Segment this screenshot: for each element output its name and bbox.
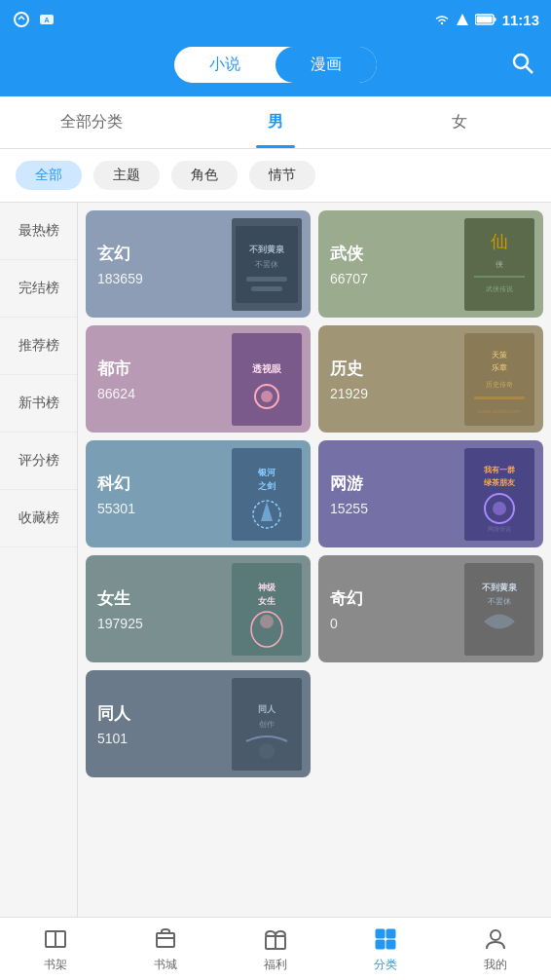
grid-row-1: 玄幻 183659 不到黄泉 不罢休 bbox=[86, 210, 543, 318]
cat-nav-male[interactable]: 男 bbox=[184, 96, 368, 148]
card-wuxia-count: 66707 bbox=[330, 271, 368, 286]
svg-text:网游传说: 网游传说 bbox=[488, 526, 511, 532]
svg-text:同人: 同人 bbox=[258, 704, 276, 714]
svg-rect-6 bbox=[494, 18, 496, 21]
card-qihuan[interactable]: 奇幻 0 不到黄泉 不罢休 bbox=[318, 555, 543, 662]
cat-nav-female[interactable]: 女 bbox=[367, 96, 551, 148]
svg-text:绿茶朋友: 绿茶朋友 bbox=[484, 478, 516, 487]
signal-icon bbox=[456, 13, 469, 26]
category-nav: 全部分类 男 女 bbox=[0, 96, 551, 149]
card-dushi-count: 86624 bbox=[97, 386, 135, 401]
app-icon-1 bbox=[12, 10, 31, 29]
nav-shelf[interactable]: 书架 bbox=[0, 918, 110, 981]
filter-role[interactable]: 角色 bbox=[171, 161, 238, 190]
mine-icon bbox=[482, 925, 509, 953]
svg-point-52 bbox=[259, 743, 275, 759]
svg-point-23 bbox=[261, 391, 273, 402]
svg-text:仙: 仙 bbox=[491, 232, 508, 251]
card-nvsheng[interactable]: 女生 197925 神级 女生 bbox=[86, 555, 311, 662]
card-xuanhuan-text: 玄幻 183659 bbox=[86, 231, 155, 298]
svg-rect-56 bbox=[157, 933, 174, 947]
sidebar-item-hot[interactable]: 最热榜 bbox=[0, 203, 77, 260]
nav-mine[interactable]: 我的 bbox=[441, 918, 551, 981]
svg-text:透视眼: 透视眼 bbox=[252, 363, 282, 374]
filter-all[interactable]: 全部 bbox=[16, 161, 82, 190]
card-kehuan-text: 科幻 55301 bbox=[86, 461, 147, 528]
svg-rect-20 bbox=[232, 333, 302, 426]
svg-text:www.qidian.com: www.qidian.com bbox=[477, 408, 520, 414]
card-wangyou[interactable]: 网游 15255 我有一群 绿茶朋友 网游传说 bbox=[318, 440, 543, 547]
filter-theme[interactable]: 主题 bbox=[93, 161, 160, 190]
tab-manga[interactable]: 漫画 bbox=[276, 47, 377, 83]
card-xuanhuan-title: 玄幻 bbox=[97, 243, 143, 265]
card-xuanhuan[interactable]: 玄幻 183659 不到黄泉 不罢休 bbox=[86, 210, 311, 318]
card-tongren-text: 同人 5101 bbox=[86, 691, 142, 758]
sidebar-item-rating[interactable]: 评分榜 bbox=[0, 433, 77, 490]
svg-text:武侠传说: 武侠传说 bbox=[486, 285, 513, 293]
svg-rect-46 bbox=[464, 563, 534, 656]
card-dushi[interactable]: 都市 86624 透视眼 bbox=[86, 325, 311, 433]
svg-point-7 bbox=[514, 55, 528, 68]
card-kehuan-image: 银河 之剑 bbox=[223, 440, 311, 547]
cat-nav-all[interactable]: 全部分类 bbox=[0, 96, 184, 148]
sidebar-item-collection[interactable]: 收藏榜 bbox=[0, 490, 77, 547]
sidebar-item-newbook[interactable]: 新书榜 bbox=[0, 375, 77, 433]
svg-point-0 bbox=[15, 13, 28, 26]
svg-text:天策: 天策 bbox=[492, 351, 507, 359]
card-tongren-title: 同人 bbox=[97, 702, 130, 725]
card-kehuan-count: 55301 bbox=[97, 501, 135, 516]
card-wuxia[interactable]: 武侠 66707 仙 侠 武侠传说 bbox=[318, 210, 543, 318]
svg-point-39 bbox=[493, 502, 506, 515]
card-nvsheng-count: 197925 bbox=[97, 616, 143, 631]
nav-store[interactable]: 书城 bbox=[110, 918, 220, 981]
svg-text:A: A bbox=[44, 17, 49, 23]
grid-content: 玄幻 183659 不到黄泉 不罢休 bbox=[78, 203, 551, 917]
grid-row-3: 科幻 55301 银河 之剑 bbox=[86, 440, 543, 547]
card-wangyou-count: 15255 bbox=[330, 501, 368, 516]
card-wangyou-title: 网游 bbox=[330, 472, 368, 495]
svg-text:不罢休: 不罢休 bbox=[488, 597, 511, 606]
nav-welfare[interactable]: 福利 bbox=[220, 918, 330, 981]
svg-text:不到黄泉: 不到黄泉 bbox=[248, 245, 285, 254]
battery-icon bbox=[475, 14, 496, 25]
nav-store-label: 书城 bbox=[154, 957, 177, 973]
svg-rect-14 bbox=[251, 286, 282, 291]
svg-text:女生: 女生 bbox=[257, 596, 276, 606]
shelf-icon bbox=[42, 925, 69, 953]
nav-welfare-label: 福利 bbox=[264, 957, 287, 973]
svg-text:之剑: 之剑 bbox=[257, 480, 276, 491]
svg-text:神级: 神级 bbox=[257, 583, 276, 592]
sidebar-item-recommend[interactable]: 推荐榜 bbox=[0, 318, 77, 375]
svg-rect-63 bbox=[386, 940, 395, 949]
svg-text:不到黄泉: 不到黄泉 bbox=[481, 583, 518, 592]
card-tongren-image: 同人 创作 bbox=[223, 670, 311, 777]
card-lishi-title: 历史 bbox=[330, 358, 368, 380]
card-qihuan-count: 0 bbox=[330, 616, 363, 631]
card-tongren[interactable]: 同人 5101 同人 创作 bbox=[86, 670, 311, 777]
search-button[interactable] bbox=[510, 51, 535, 80]
card-tongren-count: 5101 bbox=[97, 731, 130, 746]
tab-switcher: 小说 漫画 bbox=[174, 47, 377, 83]
status-bar-right: 11:13 bbox=[434, 12, 539, 28]
sidebar-item-finished[interactable]: 完结榜 bbox=[0, 260, 77, 318]
card-qihuan-image: 不到黄泉 不罢休 bbox=[456, 555, 543, 662]
nav-category[interactable]: 分类 bbox=[331, 918, 441, 981]
card-dushi-title: 都市 bbox=[97, 358, 135, 380]
card-dushi-image: 透视眼 bbox=[223, 325, 311, 433]
nav-shelf-label: 书架 bbox=[44, 957, 67, 973]
card-lishi[interactable]: 历史 21929 天策 乐章 历史传奇 www.qidian.com bbox=[318, 325, 543, 433]
card-nvsheng-image: 神级 女生 bbox=[223, 555, 311, 662]
card-qihuan-title: 奇幻 bbox=[330, 587, 363, 610]
card-nvsheng-text: 女生 197925 bbox=[86, 576, 155, 643]
tab-novel[interactable]: 小说 bbox=[174, 47, 276, 83]
svg-rect-61 bbox=[386, 929, 395, 938]
card-nvsheng-title: 女生 bbox=[97, 587, 143, 610]
svg-rect-13 bbox=[246, 277, 287, 282]
filter-plot[interactable]: 情节 bbox=[249, 161, 315, 190]
card-kehuan[interactable]: 科幻 55301 银河 之剑 bbox=[86, 440, 311, 547]
card-qihuan-text: 奇幻 0 bbox=[318, 576, 375, 643]
wifi-icon bbox=[434, 14, 450, 25]
grid-row-5: 同人 5101 同人 创作 bbox=[86, 670, 543, 777]
filter-tags: 全部 主题 角色 情节 bbox=[0, 149, 551, 203]
card-lishi-image: 天策 乐章 历史传奇 www.qidian.com bbox=[456, 325, 543, 433]
